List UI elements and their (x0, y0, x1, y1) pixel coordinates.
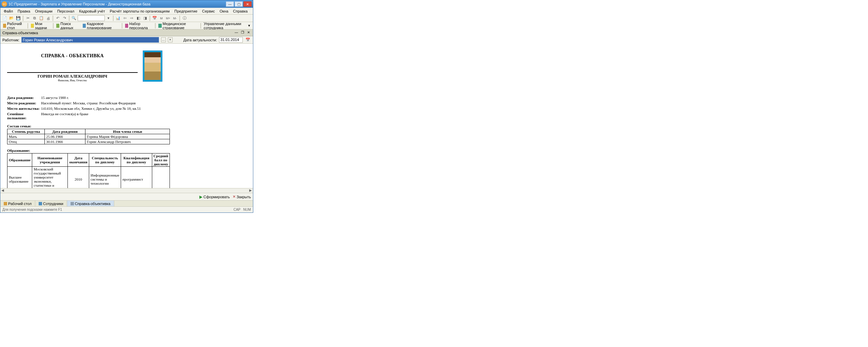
app-window: 1С 1С:Предприятие - Зарплата и Управлени… (0, 0, 253, 213)
sub-restore-icon[interactable]: ❐ (240, 30, 245, 35)
undo-icon[interactable]: ↶ (55, 15, 61, 21)
menu-windows[interactable]: Окна (218, 8, 231, 14)
status-bar: Для получения подсказки нажмите F1 CAP N… (0, 206, 253, 212)
tab-employees[interactable]: Сотрудники (35, 201, 67, 206)
name-section: ГОРИН РОМАН АЛЕКСАНДРОВИЧ Фамилия, Имя, … (7, 72, 138, 82)
info-value: 15 августа 1988 г. (41, 96, 69, 100)
maximize-button[interactable]: ▢ (235, 1, 243, 7)
redo-icon[interactable]: ↷ (61, 15, 67, 21)
list-icon (39, 202, 42, 205)
find-icon[interactable]: 🔍 (71, 15, 77, 21)
cut-icon[interactable]: ✂ (25, 15, 31, 21)
forward-icon[interactable]: ⇨ (129, 15, 135, 21)
save-icon[interactable]: 💾 (15, 15, 21, 21)
link-search[interactable]: Поиск данных (55, 23, 80, 29)
scroll-left-icon[interactable]: ◀ (0, 188, 5, 193)
tool-icon[interactable]: ◧ (135, 15, 141, 21)
status-hint: Для получения подсказки нажмите F1 (2, 208, 234, 211)
table-row: Мать25.06.1966Горина Мария Фёдоровна (7, 134, 170, 139)
info-value: Населённый пункт: Москва, страна: Россий… (41, 101, 136, 105)
paste-icon[interactable]: 📋 (38, 15, 44, 21)
minimize-button[interactable]: — (226, 1, 234, 7)
separator-icon (53, 16, 53, 21)
document-area[interactable]: СПРАВКА - ОБЪЕКТИВКА ГОРИН РОМАН АЛЕКСАН… (0, 44, 253, 188)
info-label: Место жительства: (7, 106, 41, 110)
info-block: Дата рождения:15 августа 1988 г. Место р… (7, 96, 238, 120)
separator-icon (155, 23, 156, 28)
desktop-icon (3, 24, 6, 28)
menu-hr[interactable]: Кадровый учёт (77, 8, 107, 14)
info-icon[interactable]: ⓘ (181, 15, 188, 21)
date-field[interactable]: 31.01.2014 (219, 37, 243, 43)
table-row: Отец30.01.1966Горин Александр Петрович (7, 139, 170, 144)
link-tasks[interactable]: Мои задачи (29, 23, 52, 29)
toolbar-main: 📄 📂 💾 ✂ ⧉ 📋 🖨 ↶ ↷ 🔍 ▾ 📊 ⇦ ⇨ ◧ ◨ 📅 M M+ M… (0, 15, 253, 22)
link-recruit[interactable]: Набор персонала (124, 23, 154, 29)
app-icon: 1С (2, 1, 7, 7)
edu-table: Образование Наименование учреждения Дата… (7, 153, 170, 188)
link-empdata[interactable]: Управление данными сотрудника▾ (202, 23, 252, 29)
menu-payroll[interactable]: Расчёт зарплаты по организациям (108, 8, 172, 14)
status-cap: CAP (234, 208, 241, 211)
menu-service[interactable]: Сервис (200, 8, 217, 14)
subwindow-title: Справка-объективка (2, 31, 234, 35)
window-title: 1С:Предприятие - Зарплата и Управление П… (8, 2, 226, 6)
form-button[interactable]: ▶Сформировать (199, 195, 230, 199)
titlebar: 1С 1С:Предприятие - Зарплата и Управлени… (0, 0, 253, 8)
link-med[interactable]: Медицинское страхование (157, 23, 199, 29)
desktop-icon (4, 202, 7, 205)
sub-close-icon[interactable]: ✕ (246, 30, 251, 35)
separator-icon (23, 16, 23, 21)
tab-desktop[interactable]: Рабочий стол (0, 201, 35, 206)
family-table: Степень родстваДата рожденияИмя члена се… (7, 129, 170, 144)
open-icon[interactable]: 📂 (8, 15, 15, 21)
tool-icon[interactable]: ◨ (142, 15, 148, 21)
date-picker-icon[interactable]: 📅 (245, 37, 251, 43)
sub-minimize-icon[interactable]: — (234, 30, 239, 35)
tab-report[interactable]: Справка-объективка (67, 201, 114, 206)
menu-edit[interactable]: Правка (16, 8, 32, 14)
back-icon[interactable]: ⇦ (122, 15, 128, 21)
search-input[interactable] (78, 15, 105, 21)
tasks-icon (31, 24, 34, 28)
copy-icon[interactable]: ⧉ (32, 15, 38, 21)
separator-icon (150, 16, 150, 21)
menu-help[interactable]: Справка (231, 8, 250, 14)
separator-icon (113, 16, 114, 21)
separator-icon (200, 23, 201, 28)
field-select-button[interactable]: … (161, 37, 166, 42)
calendar-icon[interactable]: 📅 (152, 15, 158, 21)
employee-field[interactable]: Горин Роман Александрович (21, 37, 159, 43)
search-icon (56, 24, 59, 28)
document: СПРАВКА - ОБЪЕКТИВКА ГОРИН РОМАН АЛЕКСАН… (0, 44, 244, 188)
m-plus-icon[interactable]: M+ (165, 15, 171, 21)
close-button[interactable]: ✕Закрыть (233, 195, 251, 199)
link-planning[interactable]: Кадровое планирование (81, 23, 120, 29)
dropdown-icon[interactable]: ▾ (105, 15, 112, 21)
med-icon (158, 24, 161, 28)
print-icon[interactable]: 🖨 (45, 15, 51, 21)
scroll-right-icon[interactable]: ▶ (248, 188, 253, 193)
tab-bar: Рабочий стол Сотрудники Справка-объектив… (0, 200, 253, 206)
menu-enterprise[interactable]: Предприятие (172, 8, 199, 14)
link-desktop[interactable]: Рабочий стол (2, 23, 26, 29)
m-minus-icon[interactable]: M- (172, 15, 178, 21)
separator-icon (69, 16, 70, 21)
date-label: Дата актуальности: (183, 38, 217, 42)
menu-file[interactable]: Файл (2, 8, 15, 14)
close-button[interactable]: ✕ (243, 1, 252, 7)
separator-icon (27, 23, 28, 28)
menu-personnel[interactable]: Персонал (55, 8, 77, 14)
menu-operations[interactable]: Операции (33, 8, 54, 14)
horizontal-scrollbar[interactable]: ◀ ▶ (0, 188, 253, 193)
calc-icon[interactable]: 📊 (115, 15, 121, 21)
m-icon[interactable]: M (158, 15, 164, 21)
new-icon[interactable]: 📄 (2, 15, 8, 21)
edu-title: Образование: (7, 148, 238, 152)
person-icon (125, 24, 128, 28)
status-num: NUM (243, 208, 251, 211)
subwindow-header: Справка-объективка — ❐ ✕ (0, 29, 253, 36)
doc-icon (71, 202, 74, 205)
field-clear-button[interactable]: × (168, 37, 173, 42)
scroll-track[interactable] (5, 188, 248, 193)
